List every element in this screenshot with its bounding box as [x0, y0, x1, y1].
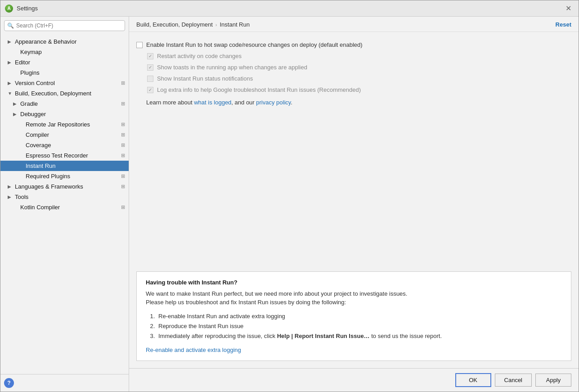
sidebar-item-label: Plugins [20, 69, 40, 76]
arrow-icon: ▶ [8, 39, 13, 44]
close-button[interactable]: ✕ [563, 4, 574, 13]
option-log-extra: Log extra info to help Google troublesho… [136, 84, 571, 95]
option-label-restart-activity: Restart activity on code changes [157, 53, 242, 59]
external-link-icon: ⊞ [121, 132, 125, 138]
sidebar-item-label: Compiler [26, 131, 49, 138]
sidebar-item-required-plugins[interactable]: Required Plugins ⊞ [0, 171, 129, 181]
sidebar-item-label: Instant Run [26, 162, 56, 169]
sidebar-item-label: Espresso Test Recorder [26, 152, 88, 159]
option-label-show-status: Show Instant Run status notifications [157, 75, 253, 82]
checkbox-restart-activity[interactable] [147, 53, 153, 59]
sidebar-item-label: Build, Execution, Deployment [15, 90, 91, 97]
sidebar-item-appearance[interactable]: ▶ Appearance & Behavior [0, 36, 129, 47]
learn-more-prefix: Learn more about [146, 99, 194, 106]
checkbox-log-extra[interactable] [147, 87, 153, 93]
external-link-icon: ⊞ [121, 101, 125, 107]
arrow-icon: ▶ [13, 101, 18, 106]
learn-more-middle: , and our [231, 99, 256, 106]
external-link-icon: ⊞ [121, 173, 125, 179]
option-enable-instant-run: Enable Instant Run to hot swap code/reso… [136, 39, 571, 50]
checkbox-show-status[interactable] [147, 76, 153, 82]
trouble-step-1: Re-enable Instant Run and activate extra… [157, 311, 562, 321]
external-link-icon: ⊞ [121, 153, 125, 158]
title-bar: A Settings ✕ [0, 0, 579, 17]
cancel-button[interactable]: Cancel [495, 374, 532, 387]
option-label-enable-instant-run: Enable Instant Run to hot swap code/reso… [146, 41, 363, 48]
sidebar-item-label: Coverage [26, 142, 51, 149]
sidebar-item-label: Gradle [20, 100, 38, 107]
learn-more-suffix: . [291, 99, 292, 106]
checkbox-show-toasts[interactable] [147, 64, 153, 71]
option-restart-activity: Restart activity on code changes [136, 50, 571, 62]
trouble-desc: We want to make Instant Run perfect, but… [146, 289, 562, 307]
sidebar-item-label: Remote Jar Repositories [26, 121, 90, 128]
breadcrumb-parent: Build, Execution, Deployment [136, 21, 213, 28]
sidebar-item-kotlin[interactable]: Kotlin Compiler ⊞ [0, 202, 129, 212]
sidebar-item-label: Tools [15, 194, 28, 200]
settings-window: A Settings ✕ 🔍 ▶ Appearance & Behavior K… [0, 0, 579, 392]
checkbox-enable-instant-run[interactable] [136, 42, 143, 48]
arrow-icon: ▶ [8, 184, 13, 189]
sidebar-item-keymap[interactable]: Keymap [0, 47, 129, 57]
learn-more-section: Learn more about what is logged, and our… [136, 95, 571, 109]
sidebar-item-compiler[interactable]: Compiler ⊞ [0, 130, 129, 140]
trouble-reenable-link[interactable]: Re-enable and activate extra logging [146, 347, 241, 353]
trouble-desc2: Please help us troubleshoot and fix Inst… [146, 299, 346, 306]
option-label-show-toasts: Show toasts in the running app when chan… [157, 64, 307, 71]
sidebar-item-version-control[interactable]: ▶ Version Control ⊞ [0, 78, 129, 88]
external-link-icon: ⊞ [121, 142, 125, 148]
sidebar-item-build[interactable]: ▼ Build, Execution, Deployment [0, 88, 129, 99]
trouble-title: Having trouble with Instant Run? [146, 279, 562, 286]
sidebar-item-remote-jar[interactable]: Remote Jar Repositories ⊞ [0, 119, 129, 130]
app-icon: A [5, 5, 13, 13]
search-icon: 🔍 [7, 23, 14, 29]
sidebar-item-editor[interactable]: ▶ Editor [0, 57, 129, 68]
panel-body: Enable Instant Run to hot swap code/reso… [129, 32, 579, 368]
sidebar-item-label: Appearance & Behavior [15, 38, 76, 45]
arrow-icon: ▼ [8, 91, 13, 96]
breadcrumb-separator: › [215, 22, 217, 27]
option-show-toasts: Show toasts in the running app when chan… [136, 62, 571, 73]
breadcrumb-child: Instant Run [220, 21, 250, 28]
sidebar-item-debugger[interactable]: ▶ Debugger [0, 109, 129, 119]
bottom-bar: OK Cancel Apply [129, 368, 579, 392]
sidebar-item-label: Keymap [20, 49, 42, 55]
sidebar-item-coverage[interactable]: Coverage ⊞ [0, 140, 129, 150]
sidebar-item-label: Version Control [15, 80, 55, 86]
main-content: 🔍 ▶ Appearance & Behavior Keymap ▶ Edito… [0, 17, 579, 392]
sidebar-item-tools[interactable]: ▶ Tools [0, 192, 129, 202]
ok-button[interactable]: OK [455, 373, 491, 387]
external-link-icon: ⊞ [121, 80, 125, 86]
search-box: 🔍 [4, 20, 125, 31]
help-button[interactable]: ? [4, 378, 14, 388]
external-link-icon: ⊞ [121, 204, 125, 210]
search-input[interactable] [4, 20, 125, 31]
sidebar-item-instant-run[interactable]: Instant Run [0, 161, 129, 171]
sidebar-item-label: Debugger [20, 111, 46, 117]
option-show-status: Show Instant Run status notifications [136, 73, 571, 84]
option-label-log-extra: Log extra info to help Google troublesho… [157, 86, 361, 93]
trouble-step-2: Reproduce the Instant Run issue [157, 321, 562, 331]
sidebar-item-languages[interactable]: ▶ Languages & Frameworks ⊞ [0, 181, 129, 192]
external-link-icon: ⊞ [121, 122, 125, 127]
sidebar-item-espresso[interactable]: Espresso Test Recorder ⊞ [0, 150, 129, 161]
sidebar-item-plugins[interactable]: Plugins [0, 68, 129, 78]
arrow-icon: ▶ [8, 81, 13, 86]
trouble-steps: Re-enable Instant Run and activate extra… [146, 311, 562, 341]
privacy-policy-link[interactable]: privacy policy [256, 99, 291, 106]
right-panel: Build, Execution, Deployment › Instant R… [129, 17, 579, 392]
panel-header: Build, Execution, Deployment › Instant R… [129, 17, 579, 32]
what-is-logged-link[interactable]: what is logged [194, 99, 231, 106]
sidebar-item-label: Kotlin Compiler [20, 204, 60, 211]
reset-button[interactable]: Reset [556, 21, 571, 28]
sidebar-item-label: Languages & Frameworks [15, 183, 83, 190]
trouble-box: Having trouble with Instant Run? We want… [136, 271, 571, 361]
breadcrumb: Build, Execution, Deployment › Instant R… [136, 21, 250, 28]
sidebar-item-label: Editor [15, 59, 30, 66]
trouble-desc1: We want to make Instant Run perfect, but… [146, 290, 407, 297]
apply-button[interactable]: Apply [535, 374, 571, 387]
sidebar-items: ▶ Appearance & Behavior Keymap ▶ Editor … [0, 35, 129, 374]
sidebar-item-gradle[interactable]: ▶ Gradle ⊞ [0, 99, 129, 109]
trouble-step-3: Immediately after reproducing the issue,… [157, 331, 562, 341]
arrow-icon: ▶ [13, 112, 18, 117]
